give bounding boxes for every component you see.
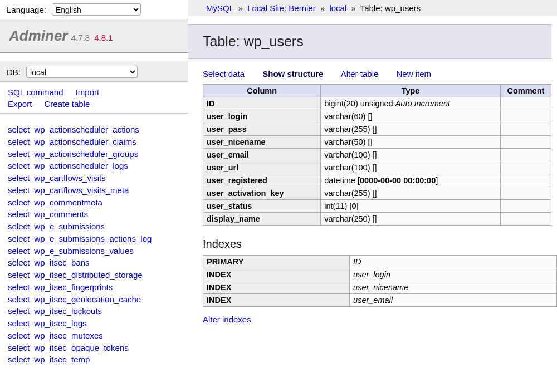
app-version: 4.7.8 [71,33,90,42]
export-link[interactable]: Export [8,99,32,109]
index-column: user_login [350,268,557,281]
table-select-link[interactable]: select [8,185,30,195]
table-name-link[interactable]: wp_itsec_distributed_storage [34,270,142,280]
table-select-link[interactable]: select [8,161,30,170]
index-row: INDEXuser_email [203,294,557,307]
table-list-item: select wp_itsec_lockouts [8,305,188,317]
table-list[interactable]: select wp_actionscheduler_actionsselect … [0,114,188,392]
db-select[interactable]: local [26,66,138,78]
table-name-link[interactable]: wp_itsec_logs [34,318,86,328]
table-list-item: select wp_itsec_temp [8,354,188,366]
column-row: IDbigint(20) unsigned Auto Increment [203,97,551,110]
table-select-link[interactable]: select [8,306,30,316]
table-select-link[interactable]: select [8,149,30,159]
table-name-link[interactable]: wp_e_submissions_actions_log [34,234,152,243]
new-item-link[interactable]: New item [396,69,431,79]
table-select-link[interactable]: select [8,125,30,134]
table-list-item: select wp_itsec_distributed_storage [8,269,188,281]
breadcrumb: MySQL » Local Site: Bernier » local » Ta… [188,0,557,16]
columns-header-column: Column [203,85,321,97]
table-actions: Select data Show structure Alter table N… [188,59,557,84]
table-list-item: select wp_actionscheduler_groups [8,148,188,160]
column-type: varchar(50) [] [321,136,501,149]
sql-command-link[interactable]: SQL command [8,87,63,97]
table-name-link[interactable]: wp_actionscheduler_groups [34,149,138,159]
index-row: PRIMARYID [203,256,557,268]
table-name-link[interactable]: wp_actionscheduler_claims [34,137,136,146]
column-type: varchar(255) [] [321,187,501,200]
columns-table: Column Type Comment IDbigint(20) unsigne… [203,84,551,226]
table-select-link[interactable]: select [8,343,30,352]
column-name: ID [203,97,321,110]
alter-indexes-link[interactable]: Alter indexes [203,315,251,324]
table-list-item: select wp_itsec_fingerprints [8,281,188,293]
db-bar: DB: local [0,62,188,82]
table-select-link[interactable]: select [8,173,30,183]
table-name-link[interactable]: wp_e_submissions_values [34,246,133,256]
column-name: user_email [203,149,321,161]
column-comment [500,161,551,174]
index-type: INDEX [203,294,350,307]
breadcrumb-sep: » [351,3,355,13]
import-link[interactable]: Import [76,87,100,97]
table-select-link[interactable]: select [8,209,30,219]
table-name-link[interactable]: wp_commentmeta [34,198,102,207]
table-name-link[interactable]: wp_itsec_bans [34,258,89,267]
table-name-link[interactable]: wp_itsec_geolocation_cache [34,295,141,304]
table-name-link[interactable]: wp_actionscheduler_logs [34,161,128,170]
table-name-link[interactable]: wp_e_submissions [34,222,105,231]
breadcrumb-root[interactable]: MySQL [206,3,233,13]
table-name-link[interactable]: wp_cartflows_visits [34,173,105,183]
page-title-box: Table: wp_users [188,24,551,59]
column-type: datetime [0000-00-00 00:00:00] [321,174,501,187]
column-comment [500,187,551,200]
table-select-link[interactable]: select [8,198,30,207]
table-select-link[interactable]: select [8,222,30,231]
alter-table-link[interactable]: Alter table [341,69,379,79]
column-name: user_pass [203,123,321,136]
table-select-link[interactable]: select [8,137,30,146]
column-comment [500,110,551,123]
column-comment [500,123,551,136]
table-select-link[interactable]: select [8,270,30,280]
table-name-link[interactable]: wp_itsec_fingerprints [34,282,113,292]
table-name-link[interactable]: wp_itsec_mutexes [34,331,102,340]
table-select-link[interactable]: select [8,234,30,243]
table-list-item: select wp_itsec_geolocation_cache [8,293,188,306]
table-list-item: select wp_itsec_logs [8,317,188,330]
table-list-item: select wp_e_submissions_actions_log [8,233,188,245]
table-select-link[interactable]: select [8,246,30,256]
table-select-link[interactable]: select [8,295,30,304]
breadcrumb-db[interactable]: local [329,3,346,13]
column-row: user_loginvarchar(60) [] [203,110,551,123]
table-select-link[interactable]: select [8,282,30,292]
table-name-link[interactable]: wp_cartflows_visits_meta [34,185,129,195]
table-list-item: select wp_itsec_opaque_tokens [8,342,188,354]
index-type: INDEX [203,268,350,281]
breadcrumb-table-prefix: Table: [360,3,383,13]
table-name-link[interactable]: wp_itsec_opaque_tokens [34,343,128,352]
table-name-link[interactable]: wp_itsec_temp [34,355,90,364]
table-select-link[interactable]: select [8,318,30,328]
create-table-link[interactable]: Create table [45,99,90,109]
table-select-link[interactable]: select [8,258,30,267]
index-column: user_email [350,294,557,307]
table-select-link[interactable]: select [8,331,30,340]
table-name-link[interactable]: wp_comments [34,209,88,219]
language-select[interactable]: English [52,3,141,16]
table-list-item: select wp_cartflows_visits [8,172,188,184]
table-select-link[interactable]: select [8,355,30,364]
column-comment [500,213,551,226]
select-data-link[interactable]: Select data [203,69,245,79]
table-name-link[interactable]: wp_actionscheduler_actions [34,125,139,134]
column-row: user_passvarchar(255) [] [203,123,551,136]
column-name: user_activation_key [203,187,321,200]
breadcrumb-site[interactable]: Local Site: Bernier [247,3,316,13]
column-type: bigint(20) unsigned Auto Increment [321,97,501,110]
index-type: PRIMARY [203,256,350,268]
breadcrumb-table: wp_users [385,3,421,13]
index-column: ID [350,256,557,268]
column-name: user_status [203,200,321,213]
show-structure-link[interactable]: Show structure [262,69,323,79]
table-name-link[interactable]: wp_itsec_lockouts [34,306,102,316]
